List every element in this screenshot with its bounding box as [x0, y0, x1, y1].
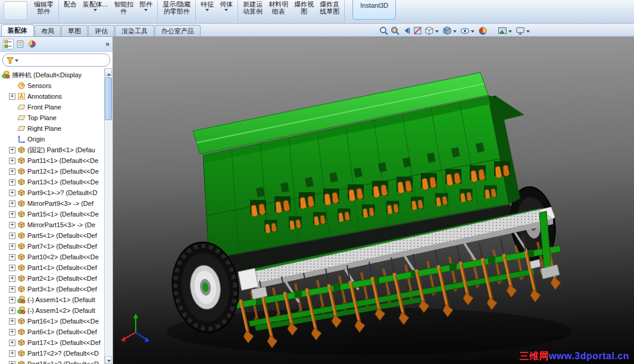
tree-item-assem1-1[interactable]: (-) Assem1<1> (Default	[0, 294, 113, 305]
tree-item-part18[interactable]: Part18<1>? (Default<<D	[0, 359, 113, 364]
tab-render-tools[interactable]: 渲染工具	[115, 25, 154, 36]
tab-evaluate[interactable]: 评估	[88, 25, 114, 36]
filter-funnel-icon[interactable]	[6, 56, 14, 64]
tree-item-part10[interactable]: Part10<2> (Default<<De	[0, 252, 113, 262]
ribbon-button-assembly-feature[interactable]: 特征	[198, 0, 217, 13]
featuremanager-tab-icon[interactable]	[3, 39, 14, 49]
ribbon-button-exploded-view[interactable]: 爆炸视 图	[291, 0, 317, 15]
expand-icon[interactable]	[9, 233, 15, 239]
tree-scrollbar[interactable]	[104, 68, 113, 364]
panel-expand-chevron[interactable]: »	[105, 40, 110, 48]
tab-office-products[interactable]: 办公室产品	[155, 25, 201, 36]
apply-scene-icon[interactable]	[496, 26, 508, 36]
tree-item-part13[interactable]: Part13<1> (Default<<De	[0, 177, 113, 187]
tab-layout[interactable]: 布局	[35, 25, 61, 36]
tree-item-part2[interactable]: Part2<1> (Default<<Def	[0, 273, 113, 284]
ribbon-button-assembly-features[interactable]: 装配体...	[80, 0, 111, 13]
ribbon-button-move-component[interactable]: 部件	[136, 0, 155, 13]
dropdown-caret-icon[interactable]	[144, 9, 148, 13]
tab-sketch[interactable]: 草图	[61, 25, 88, 36]
tree-item-part6[interactable]: Part6<1> (Default<<Def	[0, 327, 113, 337]
ribbon-button-reference-geometry[interactable]: 何体	[217, 0, 236, 13]
dropdown-caret-icon[interactable]	[93, 9, 97, 13]
tree-item-part11[interactable]: Part11<1> (Default<<De	[0, 155, 113, 166]
view-settings-icon[interactable]	[514, 26, 526, 36]
ribbon-button-new-motion-study[interactable]: 新建运 动算例	[240, 0, 266, 15]
tree-item-part15[interactable]: Part15<1> (Default<<De	[0, 209, 113, 219]
expand-icon[interactable]	[9, 297, 15, 303]
expand-icon[interactable]	[9, 168, 15, 175]
expand-icon[interactable]	[9, 307, 15, 314]
expand-icon[interactable]	[9, 190, 15, 196]
dropdown-caret-icon[interactable]	[205, 9, 209, 13]
tree-item-part16[interactable]: Part16<1> (Default<<De	[0, 316, 113, 327]
ribbon-button-mate[interactable]: 配合	[61, 0, 80, 8]
configurationmanager-tab-icon[interactable]	[27, 39, 38, 49]
scrollbar-up-arrow-icon[interactable]	[105, 68, 112, 76]
tree-item-part7[interactable]: Part7<1> (Default<<Def	[0, 241, 113, 252]
display-style-icon[interactable]	[441, 26, 452, 36]
tree-item-part12[interactable]: Part12<1> (Default<<De	[0, 166, 113, 177]
expand-icon[interactable]	[9, 286, 15, 293]
expand-icon[interactable]	[9, 179, 15, 186]
zoom-fit-icon[interactable]	[378, 26, 389, 36]
zoom-area-icon[interactable]	[389, 26, 401, 36]
expand-icon[interactable]	[9, 158, 15, 164]
ribbon-button-smart-fasteners[interactable]: 智能扣 件	[111, 0, 136, 15]
hide-show-items-icon[interactable]	[459, 26, 470, 36]
scrollbar-thumb[interactable]	[105, 77, 112, 120]
3d-model-seeder[interactable]	[113, 37, 634, 364]
dropdown-caret-icon[interactable]	[453, 30, 457, 34]
tree-item-part17-1[interactable]: Part17<1> (Default<<Def	[0, 337, 113, 348]
edit-appearance-icon[interactable]	[477, 26, 488, 36]
expand-icon[interactable]	[9, 211, 15, 218]
dropdown-caret-icon[interactable]	[435, 30, 439, 34]
tree-item-mirrorpart9[interactable]: MirrorPart9<3> -> (Def	[0, 198, 113, 209]
expand-icon[interactable]	[9, 265, 15, 271]
expand-icon[interactable]	[9, 222, 15, 228]
tree-item-top-plane[interactable]: Top Plane	[0, 112, 113, 123]
expand-icon[interactable]	[9, 318, 15, 325]
ribbon-button-explode-line-sketch[interactable]: 爆炸直 线草图	[317, 0, 342, 15]
ribbon-button-bill-of-materials[interactable]: 材料明 细表	[266, 0, 291, 15]
tree-item-sensors[interactable]: Sensors	[0, 80, 113, 91]
view-orientation-icon[interactable]	[423, 26, 435, 36]
dropdown-caret-icon[interactable]	[508, 30, 512, 34]
ribbon-button-show-hide-components[interactable]: 显示/隐藏 的零部件	[160, 0, 193, 15]
edit-component-icon[interactable]	[4, 1, 27, 20]
expand-icon[interactable]	[9, 340, 15, 346]
tree-item-origin[interactable]: Origin	[0, 134, 113, 145]
dropdown-caret-icon[interactable]	[15, 59, 18, 64]
tab-assembly[interactable]: 装配体	[1, 24, 34, 36]
tree-item-part5[interactable]: Part5<1> (Default<<Def	[0, 230, 113, 241]
dropdown-caret-icon[interactable]	[224, 9, 228, 13]
previous-view-icon[interactable]	[401, 26, 412, 36]
tree-item-part1[interactable]: Part1<1> (Default<<Def	[0, 262, 113, 273]
ribbon-button-edit-component[interactable]: 编辑零 部件	[31, 0, 57, 15]
dropdown-caret-icon[interactable]	[471, 30, 474, 34]
ribbon-button-instant3d[interactable]: Instant3D	[352, 0, 396, 20]
tree-item-front-plane[interactable]: Front Plane	[0, 102, 113, 112]
scrollbar-down-arrow-icon[interactable]	[105, 356, 112, 364]
tree-item-annotations[interactable]: Annotations	[0, 91, 113, 102]
tree-item-part3[interactable]: Part3<1> (Default<<Def	[0, 284, 113, 294]
tree-item-part17-2[interactable]: Part17<2>? (Default<<D	[0, 348, 113, 359]
expand-icon[interactable]	[9, 243, 15, 250]
expand-icon[interactable]	[9, 329, 15, 335]
expand-icon[interactable]	[9, 275, 15, 282]
expand-icon[interactable]	[9, 200, 15, 207]
section-view-icon[interactable]	[412, 26, 423, 36]
tree-item-part9[interactable]: Part9<1>->? (Default<D	[0, 187, 113, 198]
tree-item-root[interactable]: 播种机 (Default<Display	[0, 70, 113, 80]
expand-icon[interactable]	[9, 147, 15, 153]
graphics-viewport[interactable]: 三维网www.3dportal.cn	[113, 37, 634, 364]
dropdown-caret-icon[interactable]	[526, 30, 530, 34]
expand-icon[interactable]	[9, 254, 15, 261]
tree-item-assem1-2[interactable]: (-) Assem1<2> (Default	[0, 305, 113, 316]
expand-icon[interactable]	[9, 350, 15, 357]
expand-icon[interactable]	[9, 361, 15, 364]
propertymanager-tab-icon[interactable]	[15, 39, 26, 49]
tree-item-part8[interactable]: (固定) Part8<1> (Defau	[0, 145, 113, 155]
tree-item-right-plane[interactable]: Right Plane	[0, 123, 113, 134]
expand-icon[interactable]	[9, 93, 15, 100]
